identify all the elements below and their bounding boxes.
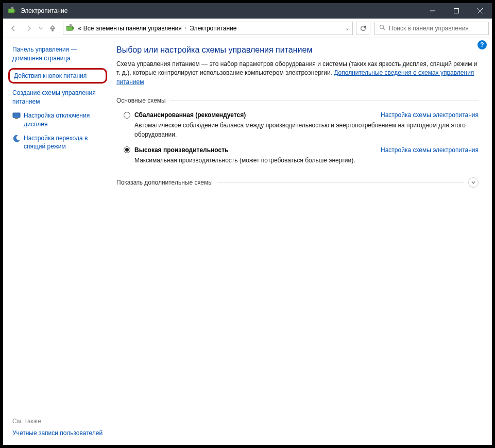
- svg-rect-12: [13, 113, 20, 118]
- section-main-label: Основные схемы: [116, 97, 166, 104]
- page-description: Схема управления питанием — это набор па…: [116, 60, 479, 87]
- sidebar: Панель управления — домашняя страница Де…: [3, 38, 111, 445]
- svg-rect-8: [73, 27, 74, 29]
- plan-high-name[interactable]: Высокая производительность: [134, 146, 228, 154]
- see-also: См. также Учетные записи пользователей: [12, 418, 103, 438]
- window-title: Электропитание: [21, 7, 421, 14]
- titlebar: Электропитание: [3, 3, 492, 19]
- svg-rect-13: [15, 118, 18, 119]
- radio-balanced[interactable]: [124, 112, 130, 119]
- search-box[interactable]: [374, 22, 489, 35]
- window: Электропитание « Все элементы: [0, 0, 495, 448]
- forward-button[interactable]: [22, 21, 36, 36]
- breadcrumb-current[interactable]: Электропитание: [190, 25, 236, 32]
- body: Панель управления — домашняя страница Де…: [3, 38, 492, 445]
- svg-rect-7: [66, 26, 73, 30]
- plan-balanced-settings-link[interactable]: Настройка схемы электропитания: [381, 111, 479, 119]
- section-extra-plans[interactable]: Показать дополнительные схемы: [116, 177, 479, 188]
- battery-icon: [66, 24, 75, 32]
- chevron-right-icon: ›: [185, 25, 186, 31]
- see-also-title: См. также: [12, 418, 103, 425]
- content: ? Выбор или настройка схемы управления п…: [111, 38, 492, 445]
- section-extra-label: Показать дополнительные схемы: [116, 179, 213, 186]
- svg-line-11: [383, 28, 385, 30]
- svg-point-10: [380, 25, 384, 28]
- page-heading: Выбор или настройка схемы управления пит…: [116, 45, 479, 55]
- breadcrumb-prefix: «: [78, 25, 81, 32]
- navbar: « Все элементы панели управления › Элект…: [3, 19, 492, 38]
- plan-balanced-name[interactable]: Сбалансированная (рекомендуется): [134, 111, 246, 119]
- svg-rect-9: [70, 24, 72, 27]
- minimize-button[interactable]: [421, 3, 445, 19]
- section-main-plans: Основные схемы: [116, 97, 479, 104]
- plan-high-settings-link[interactable]: Настройка схемы электропитания: [381, 146, 479, 154]
- sidebar-power-buttons-link[interactable]: Действия кнопок питания: [8, 68, 107, 84]
- maximize-button[interactable]: [445, 3, 468, 19]
- back-button[interactable]: [6, 21, 21, 36]
- svg-rect-2: [11, 7, 13, 9]
- chevron-down-icon[interactable]: ⌄: [345, 25, 349, 31]
- close-button[interactable]: [468, 3, 492, 19]
- svg-rect-0: [8, 9, 14, 13]
- refresh-button[interactable]: [356, 22, 370, 35]
- moon-icon: [12, 135, 21, 143]
- plan-high: Высокая производительность Настройка схе…: [124, 146, 479, 165]
- plan-balanced-desc: Автоматическое соблюдение баланса между …: [134, 121, 479, 139]
- svg-rect-1: [14, 10, 15, 12]
- recent-dropdown[interactable]: [37, 21, 44, 36]
- breadcrumb-parent[interactable]: Все элементы панели управления: [83, 25, 182, 32]
- address-bar[interactable]: « Все элементы панели управления › Элект…: [63, 22, 353, 35]
- see-also-accounts-link[interactable]: Учетные записи пользователей: [12, 429, 103, 438]
- monitor-icon: [12, 112, 21, 120]
- expand-button[interactable]: [468, 177, 479, 188]
- sidebar-sleep-link[interactable]: Настройка перехода в спящий режим: [12, 134, 106, 152]
- help-icon[interactable]: ?: [477, 40, 487, 49]
- sidebar-home-link[interactable]: Панель управления — домашняя страница: [12, 45, 106, 63]
- search-icon: [379, 24, 386, 32]
- up-button[interactable]: [45, 21, 60, 36]
- plan-balanced: Сбалансированная (рекомендуется) Настрой…: [124, 111, 479, 139]
- sidebar-create-plan-link[interactable]: Создание схемы управления питанием: [12, 89, 106, 106]
- sidebar-display-off-link[interactable]: Настройка отключения дисплея: [12, 111, 106, 129]
- plan-high-desc: Максимальная производительность (может п…: [134, 156, 479, 165]
- radio-high[interactable]: [124, 146, 130, 153]
- battery-icon: [8, 7, 16, 15]
- svg-rect-4: [454, 9, 459, 13]
- search-input[interactable]: [389, 25, 484, 32]
